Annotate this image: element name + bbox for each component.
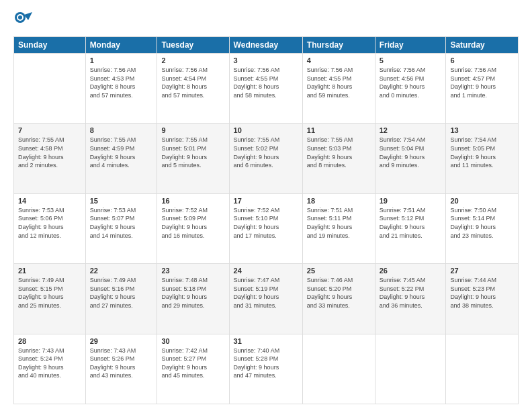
day-number: 16 bbox=[161, 197, 224, 205]
calendar-week-row: 7Sunrise: 7:55 AM Sunset: 4:58 PM Daylig… bbox=[14, 124, 519, 193]
cell-info: Sunrise: 7:46 AM Sunset: 5:20 PM Dayligh… bbox=[307, 276, 371, 310]
day-number: 6 bbox=[450, 56, 514, 64]
svg-marker-3 bbox=[24, 12, 32, 20]
day-number: 9 bbox=[161, 126, 224, 134]
cell-info: Sunrise: 7:55 AM Sunset: 4:58 PM Dayligh… bbox=[18, 136, 81, 169]
day-number: 13 bbox=[450, 126, 514, 134]
calendar-cell: 23Sunrise: 7:48 AM Sunset: 5:18 PM Dayli… bbox=[157, 264, 229, 334]
calendar-cell bbox=[375, 334, 446, 404]
cell-info: Sunrise: 7:56 AM Sunset: 4:57 PM Dayligh… bbox=[450, 66, 514, 99]
calendar-cell: 11Sunrise: 7:55 AM Sunset: 5:03 PM Dayli… bbox=[302, 124, 375, 193]
day-number: 10 bbox=[234, 126, 298, 134]
calendar-cell: 7Sunrise: 7:55 AM Sunset: 4:58 PM Daylig… bbox=[14, 124, 86, 193]
calendar-cell: 15Sunrise: 7:53 AM Sunset: 5:07 PM Dayli… bbox=[85, 193, 157, 263]
day-number: 23 bbox=[161, 267, 224, 275]
calendar-cell: 2Sunrise: 7:56 AM Sunset: 4:54 PM Daylig… bbox=[157, 54, 229, 124]
calendar-cell: 25Sunrise: 7:46 AM Sunset: 5:20 PM Dayli… bbox=[302, 264, 375, 334]
calendar-cell: 22Sunrise: 7:49 AM Sunset: 5:16 PM Dayli… bbox=[85, 264, 157, 334]
day-number: 29 bbox=[90, 337, 153, 345]
calendar-cell: 29Sunrise: 7:43 AM Sunset: 5:26 PM Dayli… bbox=[85, 334, 157, 404]
calendar-cell: 13Sunrise: 7:54 AM Sunset: 5:05 PM Dayli… bbox=[446, 124, 519, 193]
cell-info: Sunrise: 7:56 AM Sunset: 4:53 PM Dayligh… bbox=[90, 66, 153, 99]
cell-info: Sunrise: 7:55 AM Sunset: 5:03 PM Dayligh… bbox=[307, 136, 371, 169]
calendar-cell: 14Sunrise: 7:53 AM Sunset: 5:06 PM Dayli… bbox=[14, 193, 86, 263]
cell-info: Sunrise: 7:55 AM Sunset: 4:59 PM Dayligh… bbox=[90, 136, 153, 169]
weekday-header: Monday bbox=[85, 37, 157, 54]
cell-info: Sunrise: 7:43 AM Sunset: 5:26 PM Dayligh… bbox=[90, 347, 153, 380]
cell-info: Sunrise: 7:56 AM Sunset: 4:55 PM Dayligh… bbox=[234, 66, 298, 99]
day-number: 1 bbox=[90, 56, 153, 64]
day-number: 4 bbox=[307, 56, 371, 64]
calendar-cell: 30Sunrise: 7:42 AM Sunset: 5:27 PM Dayli… bbox=[157, 334, 229, 404]
day-number: 24 bbox=[234, 267, 298, 275]
cell-info: Sunrise: 7:49 AM Sunset: 5:15 PM Dayligh… bbox=[18, 276, 81, 310]
calendar-table: SundayMondayTuesdayWednesdayThursdayFrid… bbox=[13, 36, 519, 404]
calendar-cell: 3Sunrise: 7:56 AM Sunset: 4:55 PM Daylig… bbox=[229, 54, 302, 124]
calendar-week-row: 28Sunrise: 7:43 AM Sunset: 5:24 PM Dayli… bbox=[14, 334, 519, 404]
day-number: 7 bbox=[18, 126, 81, 134]
calendar-cell bbox=[446, 334, 519, 404]
calendar-cell: 31Sunrise: 7:40 AM Sunset: 5:28 PM Dayli… bbox=[229, 334, 302, 404]
calendar-cell: 16Sunrise: 7:52 AM Sunset: 5:09 PM Dayli… bbox=[157, 193, 229, 263]
day-number: 25 bbox=[307, 267, 371, 275]
calendar-header: SundayMondayTuesdayWednesdayThursdayFrid… bbox=[14, 37, 519, 54]
cell-info: Sunrise: 7:56 AM Sunset: 4:55 PM Dayligh… bbox=[307, 66, 371, 99]
day-number: 3 bbox=[234, 56, 298, 64]
day-number: 28 bbox=[18, 337, 81, 345]
day-number: 5 bbox=[380, 56, 442, 64]
weekday-header: Friday bbox=[375, 37, 446, 54]
calendar-cell bbox=[14, 54, 86, 124]
day-number: 20 bbox=[450, 197, 514, 205]
cell-info: Sunrise: 7:43 AM Sunset: 5:24 PM Dayligh… bbox=[18, 347, 81, 380]
cell-info: Sunrise: 7:47 AM Sunset: 5:19 PM Dayligh… bbox=[234, 276, 298, 310]
calendar-cell: 24Sunrise: 7:47 AM Sunset: 5:19 PM Dayli… bbox=[229, 264, 302, 334]
calendar-cell: 10Sunrise: 7:55 AM Sunset: 5:02 PM Dayli… bbox=[229, 124, 302, 193]
calendar-cell bbox=[302, 334, 375, 404]
day-number: 26 bbox=[380, 267, 442, 275]
calendar-cell: 1Sunrise: 7:56 AM Sunset: 4:53 PM Daylig… bbox=[85, 54, 157, 124]
calendar-cell: 17Sunrise: 7:52 AM Sunset: 5:10 PM Dayli… bbox=[229, 193, 302, 263]
day-number: 15 bbox=[90, 197, 153, 205]
day-number: 22 bbox=[90, 267, 153, 275]
logo-icon bbox=[13, 11, 32, 30]
calendar-body: 1Sunrise: 7:56 AM Sunset: 4:53 PM Daylig… bbox=[14, 54, 519, 404]
day-number: 18 bbox=[307, 197, 371, 205]
cell-info: Sunrise: 7:40 AM Sunset: 5:28 PM Dayligh… bbox=[234, 347, 298, 380]
cell-info: Sunrise: 7:55 AM Sunset: 5:01 PM Dayligh… bbox=[161, 136, 224, 169]
calendar-cell: 12Sunrise: 7:54 AM Sunset: 5:04 PM Dayli… bbox=[375, 124, 446, 193]
calendar-week-row: 21Sunrise: 7:49 AM Sunset: 5:15 PM Dayli… bbox=[14, 264, 519, 334]
calendar-cell: 21Sunrise: 7:49 AM Sunset: 5:15 PM Dayli… bbox=[14, 264, 86, 334]
cell-info: Sunrise: 7:49 AM Sunset: 5:16 PM Dayligh… bbox=[90, 276, 153, 310]
day-number: 11 bbox=[307, 126, 371, 134]
cell-info: Sunrise: 7:51 AM Sunset: 5:12 PM Dayligh… bbox=[380, 206, 442, 240]
weekday-row: SundayMondayTuesdayWednesdayThursdayFrid… bbox=[14, 37, 519, 54]
cell-info: Sunrise: 7:45 AM Sunset: 5:22 PM Dayligh… bbox=[380, 276, 442, 310]
cell-info: Sunrise: 7:54 AM Sunset: 5:04 PM Dayligh… bbox=[380, 136, 442, 169]
calendar-cell: 20Sunrise: 7:50 AM Sunset: 5:14 PM Dayli… bbox=[446, 193, 519, 263]
cell-info: Sunrise: 7:51 AM Sunset: 5:11 PM Dayligh… bbox=[307, 206, 371, 240]
calendar-cell: 27Sunrise: 7:44 AM Sunset: 5:23 PM Dayli… bbox=[446, 264, 519, 334]
day-number: 31 bbox=[234, 337, 298, 345]
weekday-header: Tuesday bbox=[157, 37, 229, 54]
cell-info: Sunrise: 7:50 AM Sunset: 5:14 PM Dayligh… bbox=[450, 206, 514, 240]
cell-info: Sunrise: 7:48 AM Sunset: 5:18 PM Dayligh… bbox=[161, 276, 224, 310]
calendar-cell: 26Sunrise: 7:45 AM Sunset: 5:22 PM Dayli… bbox=[375, 264, 446, 334]
cell-info: Sunrise: 7:52 AM Sunset: 5:09 PM Dayligh… bbox=[161, 206, 224, 240]
cell-info: Sunrise: 7:56 AM Sunset: 4:56 PM Dayligh… bbox=[380, 66, 442, 99]
calendar-cell: 9Sunrise: 7:55 AM Sunset: 5:01 PM Daylig… bbox=[157, 124, 229, 193]
day-number: 14 bbox=[18, 197, 81, 205]
cell-info: Sunrise: 7:53 AM Sunset: 5:06 PM Dayligh… bbox=[18, 206, 81, 240]
calendar-cell: 19Sunrise: 7:51 AM Sunset: 5:12 PM Dayli… bbox=[375, 193, 446, 263]
day-number: 19 bbox=[380, 197, 442, 205]
cell-info: Sunrise: 7:55 AM Sunset: 5:02 PM Dayligh… bbox=[234, 136, 298, 169]
day-number: 12 bbox=[380, 126, 442, 134]
cell-info: Sunrise: 7:52 AM Sunset: 5:10 PM Dayligh… bbox=[234, 206, 298, 240]
weekday-header: Saturday bbox=[446, 37, 519, 54]
weekday-header: Thursday bbox=[302, 37, 375, 54]
cell-info: Sunrise: 7:53 AM Sunset: 5:07 PM Dayligh… bbox=[90, 206, 153, 240]
day-number: 21 bbox=[18, 267, 81, 275]
logo bbox=[13, 11, 35, 30]
cell-info: Sunrise: 7:44 AM Sunset: 5:23 PM Dayligh… bbox=[450, 276, 514, 310]
weekday-header: Sunday bbox=[14, 37, 86, 54]
calendar-cell: 6Sunrise: 7:56 AM Sunset: 4:57 PM Daylig… bbox=[446, 54, 519, 124]
